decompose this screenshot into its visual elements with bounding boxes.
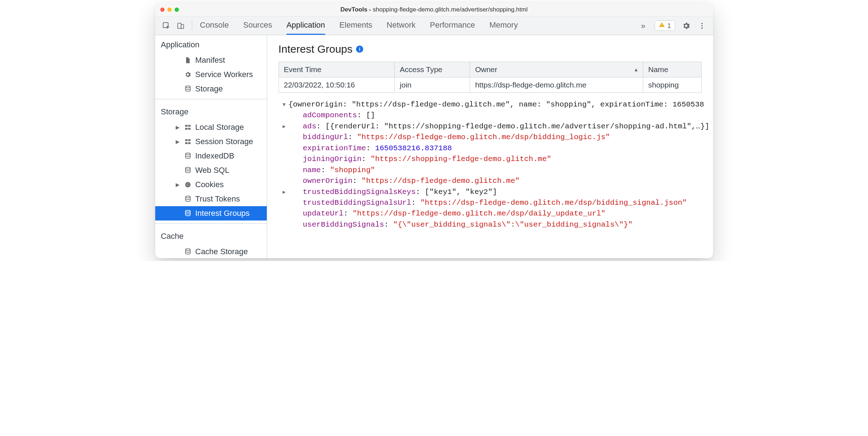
- svg-rect-3: [661, 24, 662, 25]
- details-expirationTime: 1650538216.837188: [375, 144, 452, 152]
- details-summary: {ownerOrigin: "https://dsp-fledge-demo.g…: [289, 99, 704, 110]
- sidebar-item-cache-storage[interactable]: Cache Storage: [155, 245, 267, 258]
- close-window-button[interactable]: [160, 8, 165, 12]
- db-icon: [184, 166, 192, 174]
- svg-point-23: [187, 185, 188, 186]
- gear-icon: [184, 71, 192, 79]
- tab-application[interactable]: Application: [286, 16, 325, 35]
- details-adComponents: []: [366, 111, 375, 119]
- sidebar-item-label: Local Storage: [195, 123, 244, 132]
- more-tabs-icon[interactable]: »: [641, 21, 645, 31]
- file-icon: [184, 56, 192, 64]
- svg-point-7: [701, 27, 703, 29]
- sidebar-item-cookies[interactable]: ▶Cookies: [155, 177, 267, 192]
- tab-elements[interactable]: Elements: [340, 16, 373, 35]
- svg-rect-1: [177, 23, 181, 28]
- sidebar-divider: [155, 223, 267, 224]
- settings-icon[interactable]: [682, 21, 691, 30]
- kebab-menu-icon[interactable]: [697, 21, 707, 30]
- devtools-window: DevTools - shopping-fledge-demo.glitch.m…: [155, 3, 713, 258]
- cell-access_type: join: [395, 77, 470, 93]
- table-row[interactable]: 22/03/2022, 10:50:16joinhttps://dsp-fled…: [279, 77, 701, 93]
- sidebar-item-web-sql[interactable]: Web SQL: [155, 163, 267, 177]
- tab-performance[interactable]: Performance: [430, 16, 475, 35]
- tab-console[interactable]: Console: [200, 16, 229, 35]
- expand-toggle-icon[interactable]: ▼: [280, 99, 289, 110]
- svg-point-6: [701, 25, 703, 27]
- issues-count: 1: [667, 22, 671, 30]
- cell-event_time: 22/03/2022, 10:50:16: [279, 77, 395, 93]
- svg-point-22: [188, 185, 189, 186]
- svg-rect-2: [181, 24, 183, 28]
- svg-point-24: [185, 196, 190, 198]
- device-toggle-icon[interactable]: [176, 21, 185, 30]
- cell-name: shopping: [643, 77, 701, 93]
- chevron-right-icon: ▶: [175, 182, 180, 188]
- details-tbsu: "https://dsp-fledge-demo.glitch.me/dsp/b…: [420, 199, 687, 207]
- sidebar-item-label: Cache Storage: [195, 247, 248, 256]
- warning-icon: [659, 22, 665, 30]
- svg-rect-11: [185, 128, 188, 130]
- details-ownerOrigin: "https://dsp-fledge-demo.glitch.me": [361, 177, 520, 185]
- devtools-body: ApplicationManifestService WorkersStorag…: [155, 35, 713, 258]
- svg-point-18: [185, 167, 190, 169]
- info-icon[interactable]: i: [356, 46, 363, 53]
- details-biddingUrl: "https://dsp-fledge-demo.glitch.me/dsp/b…: [357, 133, 610, 141]
- devtools-tabs: ConsoleSourcesApplicationElementsNetwork…: [200, 16, 636, 35]
- col-owner[interactable]: Owner▲: [470, 62, 643, 77]
- sidebar-item-label: Service Workers: [195, 70, 253, 79]
- expand-toggle-icon[interactable]: ▶: [280, 187, 289, 198]
- sidebar-section-storage: Storage: [155, 102, 267, 120]
- sidebar-item-label: Session Storage: [195, 137, 253, 146]
- db-icon: [184, 195, 192, 203]
- issues-counter[interactable]: 1: [655, 20, 675, 31]
- tab-sources[interactable]: Sources: [243, 16, 272, 35]
- cell-owner: https://dsp-fledge-demo.glitch.me: [470, 77, 643, 93]
- svg-point-17: [185, 153, 190, 155]
- svg-rect-9: [185, 125, 188, 127]
- sidebar-item-storage[interactable]: Storage: [155, 82, 267, 96]
- col-access-type[interactable]: Access Type: [395, 62, 470, 77]
- cookie-icon: [184, 181, 192, 189]
- sidebar-section-cache: Cache: [155, 227, 267, 245]
- svg-point-19: [185, 182, 190, 188]
- sidebar-divider: [155, 99, 267, 99]
- interest-group-details: ▼ {ownerOrigin: "https://dsp-fledge-demo…: [279, 93, 713, 232]
- minimize-window-button[interactable]: [167, 8, 172, 12]
- interest-groups-panel: Interest Groups i Event TimeAccess TypeO…: [267, 35, 713, 258]
- sidebar-item-label: Web SQL: [195, 166, 229, 175]
- sidebar-item-indexeddb[interactable]: IndexedDB: [155, 149, 267, 163]
- window-title: DevTools - shopping-fledge-demo.glitch.m…: [155, 6, 713, 13]
- panel-title: Interest Groups: [279, 43, 353, 55]
- sidebar-item-service-workers[interactable]: Service Workers: [155, 67, 267, 82]
- sidebar-item-manifest[interactable]: Manifest: [155, 53, 267, 67]
- window-title-url: shopping-fledge-demo.glitch.me/advertise…: [373, 6, 528, 13]
- zoom-window-button[interactable]: [175, 8, 179, 12]
- svg-rect-13: [185, 139, 188, 141]
- sidebar-item-session-storage[interactable]: ▶Session Storage: [155, 134, 267, 149]
- tab-network[interactable]: Network: [386, 16, 416, 35]
- title-bar: DevTools - shopping-fledge-demo.glitch.m…: [155, 3, 713, 16]
- sort-asc-icon: ▲: [634, 67, 639, 72]
- sidebar-item-local-storage[interactable]: ▶Local Storage: [155, 120, 267, 134]
- col-name[interactable]: Name: [643, 62, 701, 77]
- panel-title-row: Interest Groups i: [279, 43, 713, 55]
- db-icon: [184, 209, 192, 217]
- svg-rect-16: [188, 142, 190, 144]
- tab-memory[interactable]: Memory: [489, 16, 518, 35]
- sidebar-item-interest-groups[interactable]: Interest Groups: [155, 206, 267, 221]
- details-updateUrl: "https://dsp-fledge-demo.glitch.me/dsp/d…: [352, 209, 606, 218]
- svg-rect-4: [661, 26, 662, 27]
- svg-point-25: [185, 210, 190, 212]
- sidebar-item-label: Cookies: [195, 180, 224, 189]
- sidebar-item-label: Manifest: [195, 56, 225, 65]
- grid-icon: [184, 138, 192, 146]
- toolbar-right: 1: [655, 20, 707, 31]
- col-event-time[interactable]: Event Time: [279, 62, 395, 77]
- details-joiningOrigin: "https://shopping-fledge-demo.glitch.me": [371, 155, 551, 163]
- sidebar-item-trust-tokens[interactable]: Trust Tokens: [155, 192, 267, 206]
- inspect-element-icon[interactable]: [162, 21, 171, 30]
- traffic-lights: [155, 8, 179, 12]
- db-icon: [184, 248, 192, 256]
- expand-toggle-icon[interactable]: ▶: [280, 121, 289, 132]
